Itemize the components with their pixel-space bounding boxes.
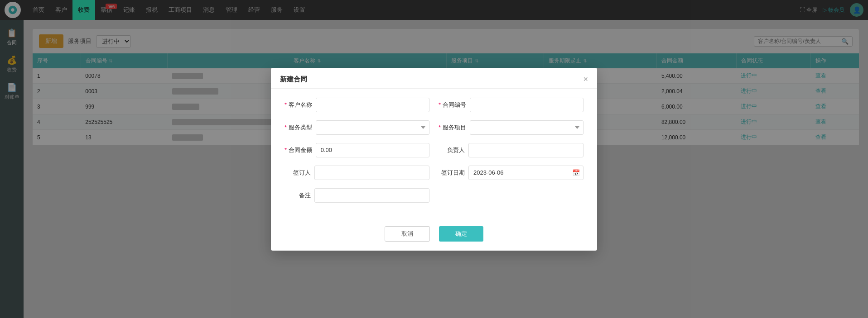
form-group-contract-no: 合同编号 — [439, 98, 583, 112]
sign-date-label: 签订日期 — [439, 169, 465, 177]
modal-footer: 取消 确定 — [271, 220, 597, 251]
sign-date-input[interactable] — [468, 166, 583, 180]
amount-label: 合同金额 — [285, 146, 312, 154]
service-type-select[interactable] — [316, 120, 429, 135]
contract-no-input[interactable] — [470, 98, 583, 112]
form-group-customer-name: 客户名称 — [285, 98, 429, 112]
cancel-button[interactable]: 取消 — [385, 226, 430, 242]
form-group-notes: 备注 — [285, 188, 429, 203]
signer-input[interactable] — [314, 166, 429, 180]
sign-date-wrapper: 📅 — [468, 166, 583, 180]
form-group-responsible: 负责人 — [439, 143, 583, 157]
modal-title: 新建合同 — [280, 75, 307, 84]
modal-close-button[interactable]: × — [583, 75, 588, 83]
modal-header: 新建合同 × — [271, 68, 597, 89]
amount-input[interactable] — [316, 143, 429, 157]
customer-name-label: 客户名称 — [285, 101, 312, 109]
modal-body: 客户名称 合同编号 服务类型 服务项目 — [271, 89, 597, 220]
form-row-2: 服务类型 服务项目 — [285, 120, 583, 135]
service-item-select[interactable] — [470, 120, 583, 135]
form-row-3: 合同金额 负责人 — [285, 143, 583, 157]
notes-input[interactable] — [314, 188, 429, 203]
service-item-label: 服务项目 — [439, 123, 466, 132]
form-row-4: 签订人 签订日期 📅 — [285, 166, 583, 180]
form-group-sign-date: 签订日期 📅 — [439, 166, 583, 180]
new-contract-modal: 新建合同 × 客户名称 合同编号 服务类型 — [271, 68, 597, 251]
form-group-signer: 签订人 — [285, 166, 429, 180]
modal-overlay[interactable]: 新建合同 × 客户名称 合同编号 服务类型 — [0, 0, 868, 318]
form-row-1: 客户名称 合同编号 — [285, 98, 583, 112]
form-group-service-type: 服务类型 — [285, 120, 429, 135]
form-group-service-item: 服务项目 — [439, 120, 583, 135]
calendar-icon[interactable]: 📅 — [572, 169, 580, 176]
form-row-5: 备注 — [285, 188, 583, 203]
responsible-input[interactable] — [468, 143, 583, 157]
responsible-label: 负责人 — [439, 146, 465, 154]
notes-label: 备注 — [285, 191, 311, 199]
service-type-label: 服务类型 — [285, 123, 312, 132]
confirm-button[interactable]: 确定 — [439, 226, 483, 242]
customer-name-input[interactable] — [316, 98, 429, 112]
form-group-amount: 合同金额 — [285, 143, 429, 157]
signer-label: 签订人 — [285, 169, 311, 177]
contract-no-label: 合同编号 — [439, 101, 466, 109]
